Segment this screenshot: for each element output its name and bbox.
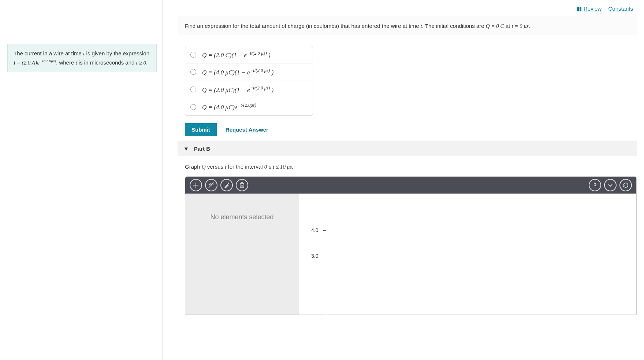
pb-text-4: .: [292, 164, 293, 170]
top-links: Review | Constants: [178, 4, 637, 16]
pb-var-q: Q: [202, 164, 206, 170]
edit-point-icon[interactable]: [220, 179, 233, 191]
prompt-text-2: . The initial conditions are: [422, 23, 486, 29]
problem-text-3: , where: [56, 59, 75, 66]
collapse-icon: ▼: [183, 146, 189, 152]
flag-icon: [577, 7, 582, 11]
radio-icon: [190, 69, 196, 75]
problem-cond: t ≥ 0: [136, 60, 146, 66]
graph-widget: No elements selected 4.0 3.0: [185, 176, 637, 315]
radio-icon: [190, 52, 196, 58]
right-panel: Review | Constants Find an expression fo…: [163, 0, 644, 360]
action-row: Submit Request Answer: [185, 123, 637, 136]
plot-area[interactable]: 4.0 3.0: [299, 194, 636, 315]
problem-text-4: is in microseconds and: [77, 59, 136, 66]
chevron-down-icon[interactable]: [604, 179, 617, 191]
svg-point-4: [595, 187, 595, 187]
ytick-mark: [323, 230, 326, 231]
part-b-title: Part B: [194, 146, 210, 152]
prompt-end: .: [529, 23, 530, 29]
selection-panel: No elements selected: [185, 194, 299, 315]
prompt-text-1: Find an expression for the total amount …: [185, 23, 421, 29]
review-link[interactable]: Review: [584, 5, 602, 12]
prompt-ic-t: t = 0 μs: [511, 23, 528, 29]
request-answer-link[interactable]: Request Answer: [226, 126, 268, 133]
delete-icon[interactable]: [236, 179, 248, 191]
answer-options: Q = (2.0 C)(1 − e−t/(2.0 μs) ) Q = (4.0 …: [185, 46, 313, 116]
part-b-header[interactable]: ▼ Part B: [178, 141, 637, 156]
no-vertex-icon[interactable]: [205, 179, 217, 191]
svg-rect-0: [577, 7, 579, 11]
graph-body: No elements selected 4.0 3.0: [185, 194, 636, 315]
problem-text-2: is given by the expression: [85, 50, 149, 56]
left-panel: The current in a wire at time t is given…: [0, 0, 163, 360]
option-4[interactable]: Q = (4.0 μC)e−t/(2.0μs): [185, 98, 313, 115]
hint-icon[interactable]: [589, 179, 601, 191]
part-b-prompt: Graph Q versus t for the interval 0 ≤ t …: [178, 163, 637, 176]
problem-text-1: The current in a wire at time: [14, 50, 83, 56]
option-3-label: Q = (2.0 μC)(1 − e−t/(2.0 μs) ): [202, 85, 273, 94]
pb-range: 0 ≤ t ≤ 10 μs: [264, 164, 292, 170]
option-2[interactable]: Q = (4.0 μC)(1 − e−t/(2.0 μs) ): [185, 63, 313, 81]
graph-toolbar: [185, 177, 636, 194]
part-a-prompt: Find an expression for the total amount …: [185, 22, 629, 30]
ytick-mark: [323, 256, 326, 256]
no-selection-text: No elements selected: [210, 213, 273, 221]
add-icon[interactable]: [190, 179, 202, 191]
option-2-label: Q = (4.0 μC)(1 − e−t/(2.0 μs) ): [202, 68, 273, 76]
pb-text-3: for the interval: [226, 164, 264, 170]
option-1[interactable]: Q = (2.0 C)(1 − e−t/(2.0 μs) ): [185, 46, 313, 64]
problem-expr: I = (2.0 A)e−t/(2.0μs): [14, 60, 56, 66]
submit-button[interactable]: Submit: [185, 123, 217, 136]
option-1-label: Q = (2.0 C)(1 − e−t/(2.0 μs) ): [202, 51, 271, 59]
ytick-4: 4.0: [311, 227, 318, 233]
ytick-3: 3.0: [311, 253, 318, 259]
svg-point-2: [228, 183, 229, 184]
pb-text-1: Graph: [185, 164, 202, 170]
radio-icon: [190, 104, 196, 110]
option-3[interactable]: Q = (2.0 μC)(1 − e−t/(2.0 μs) ): [185, 81, 313, 99]
svg-rect-1: [580, 7, 581, 11]
option-4-label: Q = (4.0 μC)e−t/(2.0μs): [202, 103, 256, 111]
problem-text-5: .: [146, 59, 148, 66]
problem-statement: The current in a wire at time t is given…: [7, 44, 157, 72]
y-axis: [326, 212, 326, 315]
constants-link[interactable]: Constants: [608, 5, 633, 12]
radio-icon: [190, 87, 196, 92]
pb-text-2: versus: [206, 164, 225, 170]
link-separator: |: [604, 5, 606, 12]
reset-icon[interactable]: [619, 179, 632, 191]
part-a-question: Find an expression for the total amount …: [178, 16, 637, 35]
prompt-ic: Q = 0 C: [486, 23, 504, 29]
prompt-at: at: [504, 23, 512, 29]
